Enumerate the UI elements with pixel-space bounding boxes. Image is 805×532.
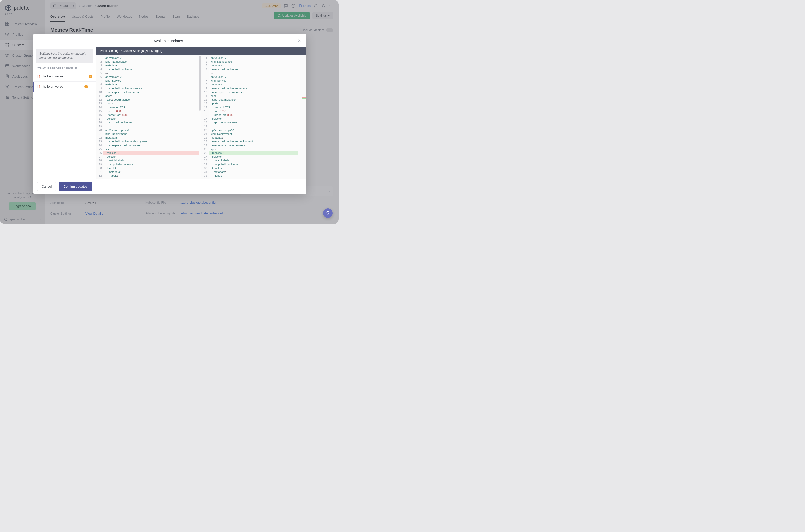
updates-modal: Available updates ✕ Settings from the ed… [34, 34, 306, 194]
file-icon [37, 85, 40, 89]
manifest-item-0[interactable]: hello-universe ! [34, 72, 96, 82]
diff-header-text: Profile Settings / Cluster Settings (Not… [100, 49, 162, 53]
chevron-right-icon: › [91, 85, 92, 88]
lightbulb-icon [325, 211, 330, 215]
diff-pane-left[interactable]: 1 2 3 4 5 6 7 8 9 10 11 12 13 14 15 16 1… [96, 55, 201, 179]
modal-title: Available updates [153, 39, 183, 43]
hint-text: Settings from the editor on the right ha… [36, 49, 93, 63]
cancel-button[interactable]: Cancel [37, 182, 56, 191]
close-icon[interactable]: ✕ [298, 38, 301, 43]
minimap[interactable] [300, 55, 306, 179]
file-icon [37, 74, 40, 78]
warning-badge-icon: ! [85, 85, 88, 89]
help-fab[interactable] [323, 208, 333, 218]
diff-pane-right[interactable]: 1 2 3 4 5 6 7 8 9 10 11 12 13 14 15 16 1… [201, 55, 306, 179]
confirm-updates-button[interactable]: Confirm updates [59, 182, 92, 191]
modal-sidebar: Settings from the editor on the right ha… [34, 47, 96, 179]
profile-section-label: "TF-AZURE-PROFILE" PROFILE [34, 66, 96, 72]
diff-panel: Profile Settings / Cluster Settings (Not… [96, 47, 306, 179]
warning-badge-icon: ! [89, 75, 92, 78]
scrollbar[interactable] [199, 56, 201, 111]
manifest-item-1[interactable]: hello-universe ! › [34, 82, 96, 92]
kebab-menu-icon[interactable]: ⋮ [299, 49, 302, 53]
